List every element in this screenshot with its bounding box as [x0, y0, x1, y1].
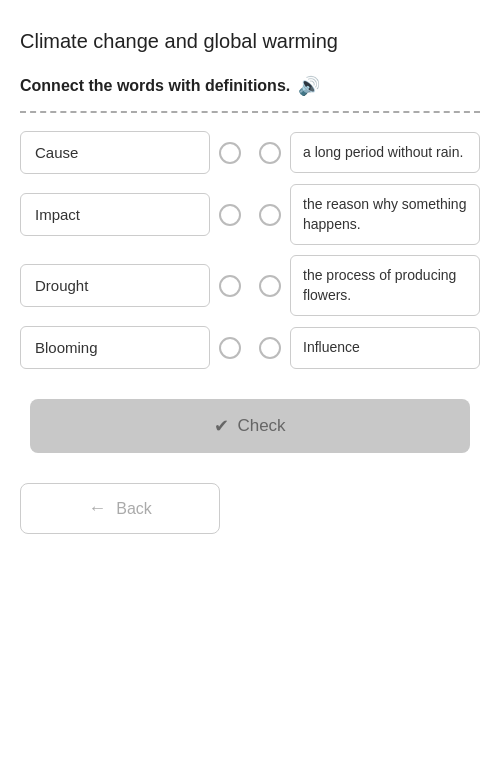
def-box-1: a long period without rain.: [290, 132, 480, 174]
speaker-icon[interactable]: 🔊: [298, 75, 320, 97]
radio-drought-left[interactable]: [210, 275, 250, 297]
radio-def3-right[interactable]: [250, 275, 290, 297]
radio-def4-right[interactable]: [250, 337, 290, 359]
radio-cause-left[interactable]: [210, 142, 250, 164]
radio-def3-right-btn[interactable]: [259, 275, 281, 297]
def-box-3: the process of producing flowers.: [290, 255, 480, 316]
radio-def4-right-btn[interactable]: [259, 337, 281, 359]
check-label: Check: [237, 416, 285, 436]
def-box-4: Influence: [290, 327, 480, 369]
matching-grid: Cause a long period without rain. Impact…: [20, 131, 480, 369]
check-icon: ✔: [214, 415, 229, 437]
word-box-cause: Cause: [20, 131, 210, 174]
radio-impact-left-btn[interactable]: [219, 204, 241, 226]
back-label: Back: [116, 500, 152, 518]
back-button[interactable]: ← Back: [20, 483, 220, 534]
radio-def2-right-btn[interactable]: [259, 204, 281, 226]
back-arrow-icon: ←: [88, 498, 106, 519]
radio-def1-right-btn[interactable]: [259, 142, 281, 164]
radio-blooming-left[interactable]: [210, 337, 250, 359]
word-box-blooming: Blooming: [20, 326, 210, 369]
word-box-drought: Drought: [20, 264, 210, 307]
instruction-row: Connect the words with definitions. 🔊: [20, 75, 480, 97]
check-button[interactable]: ✔ Check: [30, 399, 470, 453]
word-box-impact: Impact: [20, 193, 210, 236]
section-divider: [20, 111, 480, 113]
radio-cause-left-btn[interactable]: [219, 142, 241, 164]
def-box-2: the reason why something happens.: [290, 184, 480, 245]
radio-blooming-left-btn[interactable]: [219, 337, 241, 359]
radio-def2-right[interactable]: [250, 204, 290, 226]
instruction-text: Connect the words with definitions.: [20, 77, 290, 95]
radio-def1-right[interactable]: [250, 142, 290, 164]
radio-impact-left[interactable]: [210, 204, 250, 226]
page-title: Climate change and global warming: [20, 30, 480, 53]
radio-drought-left-btn[interactable]: [219, 275, 241, 297]
